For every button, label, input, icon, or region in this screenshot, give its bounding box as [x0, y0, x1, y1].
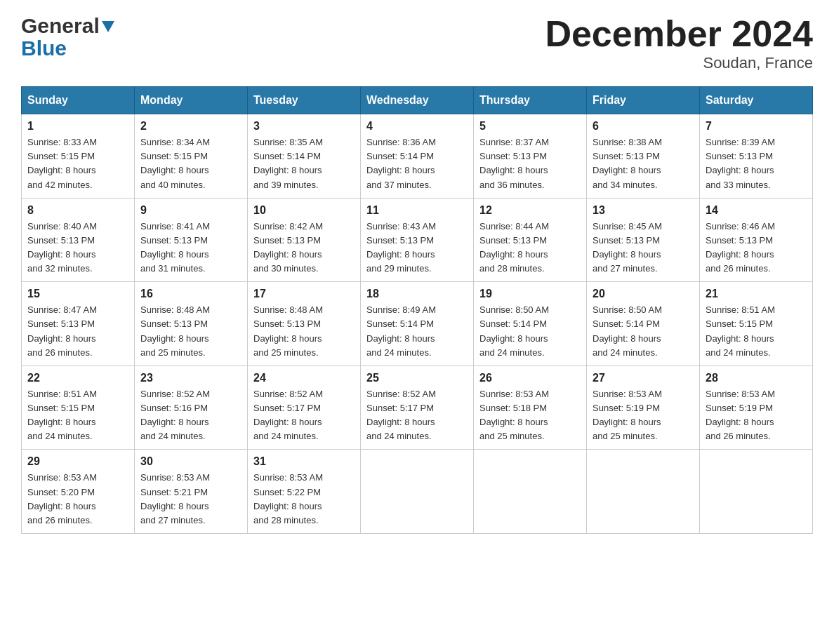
day-info: Sunrise: 8:52 AMSunset: 5:17 PMDaylight:… [366, 389, 436, 441]
logo-triangle-icon [102, 21, 114, 34]
calendar-week-row: 8 Sunrise: 8:40 AMSunset: 5:13 PMDayligh… [22, 198, 813, 282]
day-number: 20 [593, 288, 694, 300]
calendar-table: SundayMondayTuesdayWednesdayThursdayFrid… [21, 86, 813, 534]
calendar-cell: 30 Sunrise: 8:53 AMSunset: 5:21 PMDaylig… [135, 450, 248, 534]
calendar-cell: 3 Sunrise: 8:35 AMSunset: 5:14 PMDayligh… [248, 114, 361, 199]
day-number: 6 [593, 120, 694, 133]
day-number: 31 [253, 455, 355, 468]
day-of-week-header: Saturday [700, 87, 813, 114]
day-number: 26 [479, 372, 581, 384]
day-info: Sunrise: 8:46 AMSunset: 5:13 PMDaylight:… [706, 221, 775, 274]
day-info: Sunrise: 8:42 AMSunset: 5:13 PMDaylight:… [253, 221, 323, 274]
calendar-week-row: 1 Sunrise: 8:33 AMSunset: 5:15 PMDayligh… [22, 114, 813, 199]
calendar-cell: 24 Sunrise: 8:52 AMSunset: 5:17 PMDaylig… [248, 365, 361, 450]
calendar-header-row: SundayMondayTuesdayWednesdayThursdayFrid… [22, 87, 813, 114]
calendar-cell: 21 Sunrise: 8:51 AMSunset: 5:15 PMDaylig… [700, 282, 813, 366]
calendar-cell: 9 Sunrise: 8:41 AMSunset: 5:13 PMDayligh… [135, 198, 248, 282]
day-number: 19 [479, 288, 581, 300]
calendar-cell: 27 Sunrise: 8:53 AMSunset: 5:19 PMDaylig… [587, 365, 700, 450]
calendar-cell: 2 Sunrise: 8:34 AMSunset: 5:15 PMDayligh… [135, 114, 248, 199]
day-number: 27 [593, 372, 694, 384]
calendar-cell: 20 Sunrise: 8:50 AMSunset: 5:14 PMDaylig… [587, 282, 700, 366]
day-info: Sunrise: 8:50 AMSunset: 5:14 PMDaylight:… [593, 304, 662, 357]
calendar-cell [700, 450, 813, 534]
day-number: 13 [593, 204, 694, 217]
day-info: Sunrise: 8:51 AMSunset: 5:15 PMDaylight:… [706, 304, 775, 357]
day-number: 7 [706, 120, 807, 133]
day-info: Sunrise: 8:52 AMSunset: 5:16 PMDaylight:… [140, 389, 210, 441]
day-info: Sunrise: 8:53 AMSunset: 5:22 PMDaylight:… [253, 472, 323, 525]
day-number: 12 [479, 204, 581, 217]
calendar-cell: 14 Sunrise: 8:46 AMSunset: 5:13 PMDaylig… [700, 198, 813, 282]
calendar-cell: 17 Sunrise: 8:48 AMSunset: 5:13 PMDaylig… [248, 282, 361, 366]
calendar-cell: 5 Sunrise: 8:37 AMSunset: 5:13 PMDayligh… [474, 114, 587, 199]
day-info: Sunrise: 8:33 AMSunset: 5:15 PMDaylight:… [27, 137, 97, 189]
calendar-cell: 1 Sunrise: 8:33 AMSunset: 5:15 PMDayligh… [22, 114, 135, 199]
day-info: Sunrise: 8:34 AMSunset: 5:15 PMDaylight:… [140, 137, 210, 189]
day-info: Sunrise: 8:37 AMSunset: 5:13 PMDaylight:… [479, 137, 549, 189]
day-number: 3 [253, 120, 355, 133]
day-info: Sunrise: 8:48 AMSunset: 5:13 PMDaylight:… [140, 304, 210, 357]
calendar-cell: 18 Sunrise: 8:49 AMSunset: 5:14 PMDaylig… [361, 282, 474, 366]
day-number: 18 [366, 288, 468, 300]
day-info: Sunrise: 8:53 AMSunset: 5:18 PMDaylight:… [479, 389, 549, 441]
day-number: 28 [706, 372, 807, 384]
day-number: 4 [366, 120, 468, 133]
day-number: 10 [253, 204, 355, 217]
calendar-cell [587, 450, 700, 534]
logo-blue-text: Blue [21, 38, 67, 59]
day-info: Sunrise: 8:43 AMSunset: 5:13 PMDaylight:… [366, 221, 436, 274]
svg-marker-0 [102, 21, 114, 32]
calendar-cell: 25 Sunrise: 8:52 AMSunset: 5:17 PMDaylig… [361, 365, 474, 450]
day-info: Sunrise: 8:48 AMSunset: 5:13 PMDaylight:… [253, 304, 323, 357]
calendar-cell [361, 450, 474, 534]
day-of-week-header: Thursday [474, 87, 587, 114]
day-number: 30 [140, 455, 241, 468]
page-header: General Blue December 2024 Soudan, Franc… [21, 14, 813, 72]
day-info: Sunrise: 8:53 AMSunset: 5:19 PMDaylight:… [593, 389, 662, 441]
day-number: 23 [140, 372, 241, 384]
day-number: 17 [253, 288, 355, 300]
day-info: Sunrise: 8:49 AMSunset: 5:14 PMDaylight:… [366, 304, 436, 357]
day-number: 5 [479, 120, 581, 133]
calendar-cell: 11 Sunrise: 8:43 AMSunset: 5:13 PMDaylig… [361, 198, 474, 282]
day-number: 14 [706, 204, 807, 217]
calendar-cell: 26 Sunrise: 8:53 AMSunset: 5:18 PMDaylig… [474, 365, 587, 450]
calendar-cell: 22 Sunrise: 8:51 AMSunset: 5:15 PMDaylig… [22, 365, 135, 450]
title-block: December 2024 Soudan, France [545, 14, 813, 72]
calendar-week-row: 15 Sunrise: 8:47 AMSunset: 5:13 PMDaylig… [22, 282, 813, 366]
day-of-week-header: Monday [135, 87, 248, 114]
calendar-cell: 7 Sunrise: 8:39 AMSunset: 5:13 PMDayligh… [700, 114, 813, 199]
location: Soudan, France [545, 54, 813, 72]
calendar-week-row: 29 Sunrise: 8:53 AMSunset: 5:20 PMDaylig… [22, 450, 813, 534]
day-number: 9 [140, 204, 241, 217]
day-info: Sunrise: 8:50 AMSunset: 5:14 PMDaylight:… [479, 304, 549, 357]
day-info: Sunrise: 8:52 AMSunset: 5:17 PMDaylight:… [253, 389, 323, 441]
day-of-week-header: Tuesday [248, 87, 361, 114]
day-info: Sunrise: 8:47 AMSunset: 5:13 PMDaylight:… [27, 304, 97, 357]
day-of-week-header: Sunday [22, 87, 135, 114]
calendar-cell: 15 Sunrise: 8:47 AMSunset: 5:13 PMDaylig… [22, 282, 135, 366]
day-info: Sunrise: 8:40 AMSunset: 5:13 PMDaylight:… [27, 221, 97, 274]
day-info: Sunrise: 8:53 AMSunset: 5:20 PMDaylight:… [27, 472, 97, 525]
day-info: Sunrise: 8:45 AMSunset: 5:13 PMDaylight:… [593, 221, 662, 274]
day-number: 2 [140, 120, 241, 133]
day-of-week-header: Wednesday [361, 87, 474, 114]
logo-general-text: General [21, 14, 100, 38]
day-info: Sunrise: 8:38 AMSunset: 5:13 PMDaylight:… [593, 137, 662, 189]
calendar-cell: 8 Sunrise: 8:40 AMSunset: 5:13 PMDayligh… [22, 198, 135, 282]
calendar-cell: 6 Sunrise: 8:38 AMSunset: 5:13 PMDayligh… [587, 114, 700, 199]
day-number: 16 [140, 288, 241, 300]
month-title: December 2024 [545, 14, 813, 54]
calendar-cell: 28 Sunrise: 8:53 AMSunset: 5:19 PMDaylig… [700, 365, 813, 450]
calendar-cell: 16 Sunrise: 8:48 AMSunset: 5:13 PMDaylig… [135, 282, 248, 366]
day-number: 15 [27, 288, 128, 300]
calendar-week-row: 22 Sunrise: 8:51 AMSunset: 5:15 PMDaylig… [22, 365, 813, 450]
calendar-cell: 29 Sunrise: 8:53 AMSunset: 5:20 PMDaylig… [22, 450, 135, 534]
day-info: Sunrise: 8:35 AMSunset: 5:14 PMDaylight:… [253, 137, 323, 189]
day-info: Sunrise: 8:39 AMSunset: 5:13 PMDaylight:… [706, 137, 775, 189]
day-number: 25 [366, 372, 468, 384]
logo: General Blue [21, 14, 114, 59]
day-of-week-header: Friday [587, 87, 700, 114]
day-info: Sunrise: 8:53 AMSunset: 5:19 PMDaylight:… [706, 389, 775, 441]
